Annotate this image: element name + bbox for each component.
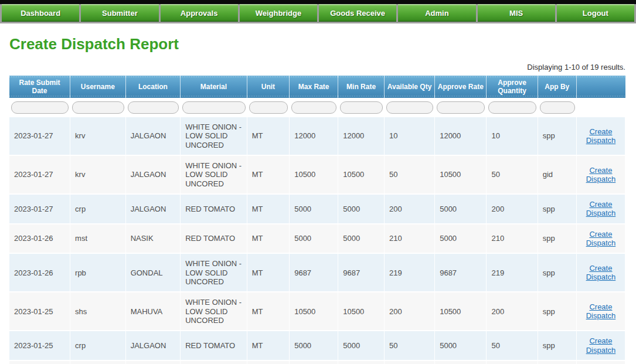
- filter-cell-location: [126, 98, 181, 117]
- cell-username: crp: [70, 195, 126, 224]
- cell-material: RED TOMATO: [181, 224, 247, 254]
- cell-approve-rate: 5000: [435, 224, 487, 254]
- filter-available-qty-input[interactable]: [386, 101, 433, 114]
- nav-item-mis[interactable]: MIS: [478, 4, 555, 22]
- cell-app-by: spp: [538, 361, 577, 364]
- filter-cell-actions: [577, 98, 625, 117]
- cell-actions: Create Dispatch: [577, 254, 625, 292]
- filter-app-by-input[interactable]: [540, 101, 575, 114]
- cell-unit: MT: [247, 117, 290, 156]
- cell-date: 2023-01-27: [9, 117, 70, 156]
- table-row: 2023-01-25krvJALGAONWHITE ONION - LOW SO…: [9, 361, 625, 364]
- create-dispatch-link[interactable]: Create Dispatch: [586, 302, 616, 320]
- filter-cell-available-qty: [385, 98, 435, 117]
- cell-unit: MT: [247, 254, 290, 292]
- col-header-available-qty[interactable]: Available Qty: [385, 76, 435, 98]
- cell-approve-rate: 11500: [435, 361, 487, 364]
- cell-min-rate: 10500: [338, 292, 385, 331]
- filter-min-rate-input[interactable]: [340, 101, 383, 114]
- cell-date: 2023-01-25: [9, 292, 70, 331]
- cell-approve-rate: 5000: [435, 195, 487, 224]
- cell-date: 2023-01-26: [9, 224, 70, 254]
- create-dispatch-link[interactable]: Create Dispatch: [586, 166, 616, 183]
- col-header-approve-quantity[interactable]: Approve Quantity: [487, 76, 538, 98]
- cell-username: krv: [70, 156, 126, 195]
- cell-actions: Create Dispatch: [577, 224, 625, 254]
- page-title: Create Dispatch Report: [9, 35, 625, 53]
- cell-material: WHITE ONION - LOW SOLID UNCORED: [181, 156, 247, 195]
- nav-item-logout[interactable]: Logout: [557, 4, 634, 22]
- create-dispatch-link[interactable]: Create Dispatch: [586, 200, 616, 217]
- dispatch-table: Rate Submit Date Username Location Mater…: [9, 76, 625, 364]
- filter-cell-username: [70, 98, 126, 117]
- cell-available-qty: 210: [385, 224, 435, 254]
- cell-approve-rate: 10500: [435, 292, 487, 331]
- create-dispatch-link[interactable]: Create Dispatch: [586, 230, 616, 247]
- filter-cell-unit: [247, 98, 290, 117]
- nav-item-weighbridge[interactable]: Weighbridge: [240, 4, 317, 22]
- filter-cell-approve-rate: [435, 98, 487, 117]
- cell-approve-rate: 9687: [435, 254, 487, 292]
- col-header-location[interactable]: Location: [126, 76, 181, 98]
- cell-unit: MT: [247, 224, 290, 254]
- cell-actions: Create Dispatch: [577, 292, 625, 331]
- cell-app-by: spp: [538, 254, 577, 292]
- nav-item-submitter[interactable]: Submitter: [81, 4, 158, 22]
- table-row: 2023-01-27krvJALGAONWHITE ONION - LOW SO…: [9, 156, 625, 195]
- col-header-app-by[interactable]: App By: [538, 76, 577, 98]
- cell-unit: MT: [247, 331, 290, 361]
- cell-available-qty: 50: [385, 156, 435, 195]
- filter-approve-rate-input[interactable]: [437, 101, 485, 114]
- cell-app-by: spp: [538, 224, 577, 254]
- col-header-username[interactable]: Username: [70, 76, 126, 98]
- cell-location: JALGAON: [126, 361, 181, 364]
- create-dispatch-link[interactable]: Create Dispatch: [586, 336, 616, 354]
- cell-approve-qty: 50: [487, 331, 538, 361]
- filter-location-input[interactable]: [128, 101, 179, 114]
- cell-date: 2023-01-27: [9, 195, 70, 224]
- filter-date-input[interactable]: [11, 101, 69, 114]
- col-header-approve-rate[interactable]: Approve Rate: [435, 76, 487, 98]
- cell-approve-qty: 60: [487, 361, 538, 364]
- col-header-min-rate[interactable]: Min Rate: [338, 76, 385, 98]
- filter-unit-input[interactable]: [249, 101, 288, 114]
- cell-max-rate: 9687: [290, 254, 338, 292]
- cell-max-rate: 10500: [290, 156, 338, 195]
- cell-max-rate: 11500: [290, 361, 338, 364]
- cell-max-rate: 10500: [290, 292, 338, 331]
- filter-approve-qty-input[interactable]: [488, 101, 536, 114]
- col-header-material[interactable]: Material: [181, 76, 247, 98]
- table-row: 2023-01-27crpJALGAONRED TOMATOMT50005000…: [9, 195, 625, 224]
- filter-max-rate-input[interactable]: [291, 101, 336, 114]
- filter-username-input[interactable]: [72, 101, 124, 114]
- nav-item-approvals[interactable]: Approvals: [161, 4, 238, 22]
- main-nav: Dashboard Submitter Approvals Weighbridg…: [0, 4, 636, 23]
- top-border-bar: [0, 0, 636, 4]
- header-row: Rate Submit Date Username Location Mater…: [9, 76, 625, 98]
- filter-cell-app-by: [538, 98, 577, 117]
- cell-date: 2023-01-25: [9, 331, 70, 361]
- cell-min-rate: 11500: [338, 361, 385, 364]
- nav-item-goods-receive[interactable]: Goods Receive: [319, 4, 396, 22]
- col-header-unit[interactable]: Unit: [247, 76, 290, 98]
- nav-item-dashboard[interactable]: Dashboard: [2, 4, 79, 22]
- cell-location: JALGAON: [126, 331, 181, 361]
- cell-material: RED TOMATO: [181, 195, 247, 224]
- cell-approve-rate: 12000: [435, 117, 487, 156]
- filter-material-input[interactable]: [182, 101, 246, 114]
- cell-unit: MT: [247, 156, 290, 195]
- nav-item-admin[interactable]: Admin: [398, 4, 475, 22]
- create-dispatch-link[interactable]: Create Dispatch: [586, 264, 616, 281]
- cell-actions: Create Dispatch: [577, 331, 625, 361]
- cell-app-by: gid: [538, 156, 577, 195]
- cell-location: MAHUVA: [126, 292, 181, 331]
- cell-approve-qty: 10: [487, 117, 538, 156]
- cell-actions: Create Dispatch: [577, 361, 625, 364]
- create-dispatch-link[interactable]: Create Dispatch: [586, 127, 616, 145]
- cell-app-by: spp: [538, 117, 577, 156]
- cell-available-qty: 200: [385, 292, 435, 331]
- cell-approve-rate: 5000: [435, 331, 487, 361]
- col-header-rate-submit-date[interactable]: Rate Submit Date: [9, 76, 70, 98]
- cell-unit: MT: [247, 361, 290, 364]
- col-header-max-rate[interactable]: Max Rate: [290, 76, 338, 98]
